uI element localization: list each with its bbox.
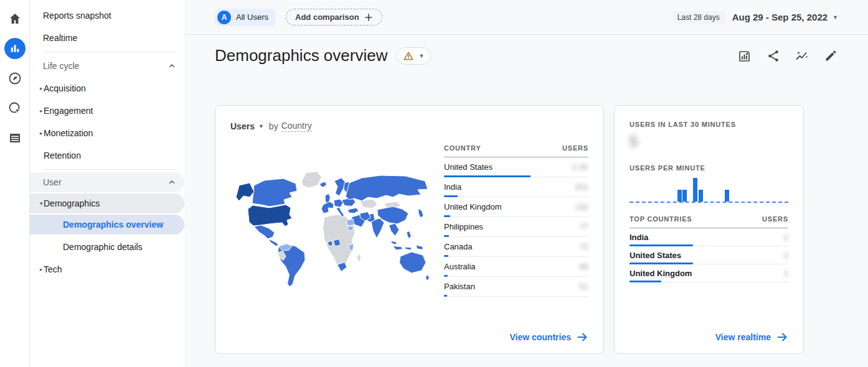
explore-icon[interactable] — [7, 71, 22, 86]
sidebar-item-label: Monetization — [44, 128, 93, 138]
home-icon[interactable] — [7, 11, 22, 26]
sidebar-item-retention[interactable]: Retention — [30, 144, 184, 167]
sidebar-item-label: Reports snapshot — [43, 11, 111, 21]
view-countries-link[interactable]: View countries — [509, 331, 588, 343]
dimension-selector[interactable]: Country — [281, 121, 312, 132]
divider — [43, 169, 177, 170]
country-label: Philippines — [444, 222, 483, 231]
sidebar-item-realtime[interactable]: Realtime — [30, 27, 184, 49]
expand-down-icon: ▾ — [30, 200, 44, 207]
expand-right-icon: ▸ — [30, 108, 44, 114]
country-row: Pakistan51 — [444, 277, 588, 297]
chevron-up-icon — [168, 62, 176, 70]
sidebar-item-label: Demographics overview — [30, 220, 163, 230]
sidebar-item-demographic-details[interactable]: Demographic details — [30, 236, 184, 258]
users-value: 1 — [784, 269, 788, 278]
advertising-icon[interactable] — [7, 101, 22, 116]
view-realtime-link[interactable]: View realtime — [715, 331, 788, 343]
country-bar — [444, 295, 447, 297]
sidebar-item-label: Demographics — [44, 198, 100, 208]
users-value: 2 — [784, 233, 788, 242]
column-users: USERS — [762, 215, 788, 223]
country-label: United Kingdom — [444, 202, 502, 211]
customize-comparisons-icon[interactable] — [737, 49, 752, 63]
chevron-down-icon: ▼ — [418, 53, 424, 59]
minute-bar — [682, 190, 687, 202]
country-label: Pakistan — [444, 282, 475, 291]
users-value: 72 — [580, 242, 588, 251]
top-country-row: United States2 — [630, 246, 788, 264]
users-value: 132 — [575, 202, 588, 211]
users-value: 51 — [580, 282, 588, 291]
data-quality-chip[interactable]: ▼ — [396, 47, 431, 65]
country-label: United Kingdom — [630, 269, 692, 278]
country-row: United Kingdom132 — [444, 197, 588, 217]
expand-right-icon: ▸ — [30, 85, 44, 91]
section-header-user[interactable]: User — [30, 172, 184, 192]
library-icon[interactable] — [7, 131, 22, 146]
chevron-down-icon[interactable]: ▼ — [258, 123, 264, 129]
users-last-30-label: USERS IN LAST 30 MINUTES — [630, 121, 788, 128]
metric-dropdown[interactable]: Users — [230, 121, 255, 131]
country-table-header: COUNTRY USERS — [444, 141, 588, 157]
country-label: India — [444, 182, 461, 192]
top-countries-rows: India2United States2United Kingdom1 — [630, 228, 788, 282]
column-top-countries: TOP COUNTRIES — [630, 215, 692, 223]
users-value: 77 — [580, 222, 588, 231]
sidebar-item-label: Realtime — [43, 33, 77, 43]
insights-icon[interactable] — [795, 49, 809, 63]
sidebar-item-tech[interactable]: ▸ Tech — [30, 258, 184, 281]
sidebar-item-label: Retention — [44, 151, 81, 160]
sidebar-item-demographics[interactable]: ▾ Demographics — [30, 193, 184, 213]
share-icon[interactable] — [766, 49, 781, 63]
sidebar-item-acquisition[interactable]: ▸ Acquisition — [30, 77, 184, 100]
users-value: 65 — [580, 262, 588, 271]
minute-bar — [693, 178, 697, 202]
add-comparison-button[interactable]: Add comparison — [286, 9, 382, 26]
all-users-label: All Users — [236, 12, 268, 22]
view-realtime-label: View realtime — [715, 332, 771, 342]
chevron-down-icon: ▼ — [833, 14, 838, 21]
edit-icon[interactable] — [823, 49, 838, 63]
column-country: COUNTRY — [444, 144, 481, 152]
all-users-chip[interactable]: A All Users — [215, 9, 276, 26]
top-countries-header: TOP COUNTRIES USERS — [630, 211, 788, 228]
page-title: Demographics overview — [215, 46, 387, 65]
country-label: Australia — [444, 262, 476, 271]
icon-rail — [0, 0, 30, 367]
comparison-bar: A All Users Add comparison Last 28 days … — [184, 0, 868, 35]
arrow-right-icon — [576, 331, 588, 343]
sidebar-item-monetization[interactable]: ▸ Monetization — [30, 122, 184, 144]
country-label: Canada — [444, 242, 473, 251]
country-row: India201 — [444, 177, 588, 197]
world-map — [230, 167, 444, 290]
date-range-label: Aug 29 - Sep 25, 2022 — [732, 12, 828, 22]
warning-icon — [403, 50, 414, 62]
by-label: by — [269, 121, 278, 131]
sidebar-item-engagement[interactable]: ▸ Engagement — [30, 100, 184, 122]
sidebar-item-label: Acquisition — [44, 83, 86, 93]
expand-right-icon: ▸ — [30, 130, 44, 136]
view-countries-label: View countries — [509, 332, 571, 342]
sidebar-item-label: Engagement — [44, 106, 93, 116]
comparison-avatar: A — [217, 11, 231, 24]
sidebar-item-demographics-overview[interactable]: Demographics overview — [30, 215, 184, 235]
users-value: 201 — [575, 182, 588, 192]
chevron-up-icon — [168, 179, 176, 186]
country-label: United States — [444, 162, 493, 172]
users-value: 2 — [784, 251, 788, 260]
section-header-life-cycle[interactable]: Life cycle — [30, 55, 184, 77]
section-label: User — [43, 177, 62, 187]
sidebar-item-reports-snapshot[interactable]: Reports snapshot — [30, 4, 184, 27]
country-row: Canada72 — [444, 237, 588, 257]
add-comparison-label: Add comparison — [295, 12, 359, 22]
top-countries-table: TOP COUNTRIES USERS India2United States2… — [630, 211, 788, 282]
reports-icon[interactable] — [4, 38, 26, 59]
main-content: A All Users Add comparison Last 28 days … — [184, 0, 868, 367]
users-per-minute-chart — [630, 175, 788, 203]
date-range-selector[interactable]: Aug 29 - Sep 25, 2022 ▼ — [732, 12, 838, 22]
country-label: India — [630, 233, 648, 242]
minute-bar — [725, 190, 729, 202]
minute-bar — [699, 190, 703, 202]
realtime-card: USERS IN LAST 30 MINUTES 5 USERS PER MIN… — [614, 105, 804, 354]
